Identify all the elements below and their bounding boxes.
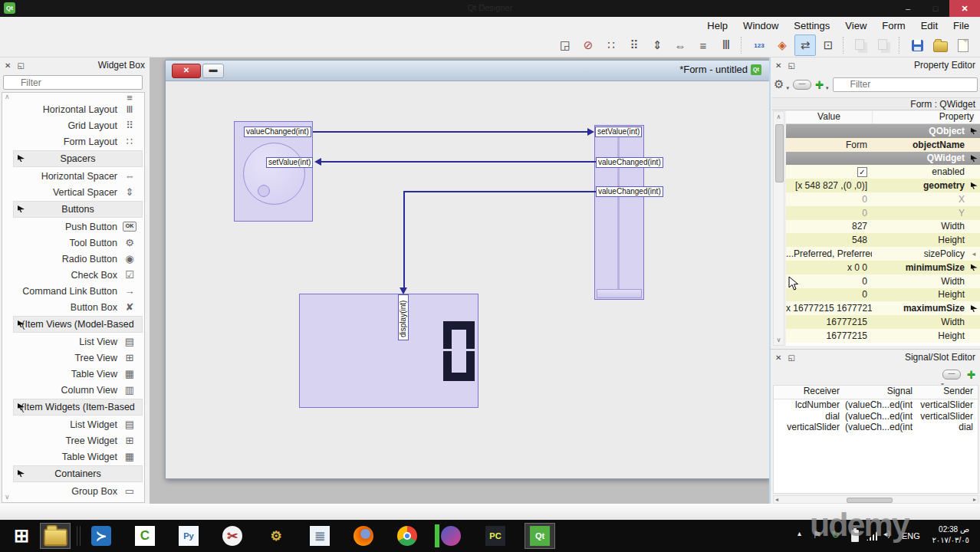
copy-icon[interactable]	[873, 34, 895, 56]
layout-vertical-icon[interactable]: ≡	[692, 34, 714, 56]
menu-help[interactable]: Help	[699, 18, 735, 33]
property-row-objectname[interactable]: FormobjectName	[786, 138, 980, 152]
remove-dynamic-property-button[interactable]: —	[793, 80, 811, 90]
dial-signal-label[interactable]: valueChanged(int)	[244, 127, 311, 137]
start-button[interactable]: ⊞	[6, 523, 37, 549]
property-row-height[interactable]: 0Height	[786, 288, 980, 302]
dial-slot-label[interactable]: setValue(int)	[266, 157, 313, 168]
widgetbox-item-tree-view[interactable]: Tree View⊞	[2, 350, 144, 366]
menu-edit[interactable]: Edit	[913, 18, 945, 33]
widgetbox-item-list-widget[interactable]: List Widget▤	[2, 416, 144, 432]
tray-expand-icon[interactable]: ▴	[797, 529, 801, 537]
float-icon[interactable]: ◱	[788, 61, 794, 70]
scroll-right-icon[interactable]: ▸	[973, 496, 976, 503]
admin-tools-icon[interactable]: ⚙	[261, 523, 291, 549]
widgetbox-category-spacers[interactable]: Spacers	[13, 150, 143, 167]
close-icon[interactable]: ✕	[5, 61, 11, 70]
scroll-down-icon[interactable]: ∨	[5, 493, 10, 501]
property-value[interactable]: 16777215	[786, 317, 872, 327]
slider-signal-label[interactable]: valueChanged(int)	[596, 157, 663, 168]
column-header-signal[interactable]: Signal	[840, 386, 913, 399]
widgetbox-item-command-link-button[interactable]: Command Link Button→	[2, 283, 144, 299]
add-connection-button[interactable]: +	[967, 367, 975, 381]
property-value[interactable]: Form	[786, 140, 872, 150]
property-value[interactable]: ...Preferred, Preferred]	[786, 248, 872, 259]
widgetbox-item-list-view[interactable]: List View▤	[2, 334, 144, 350]
scroll-left-icon[interactable]: ◂	[775, 496, 778, 503]
menu-window[interactable]: Window	[735, 18, 786, 33]
column-header-value[interactable]: Value	[786, 111, 873, 123]
edit-signals-slots-icon[interactable]: ⇄	[794, 34, 816, 56]
menu-view[interactable]: View	[837, 18, 874, 33]
remove-connection-button[interactable]: —	[942, 370, 961, 380]
grid-layout-icon[interactable]: ⠿	[623, 34, 645, 56]
property-filter-input[interactable]	[833, 77, 978, 92]
property-row-y[interactable]: 0Y	[786, 206, 980, 220]
property-value[interactable]: 0	[786, 208, 872, 219]
python-file-icon[interactable]: Py	[173, 523, 204, 549]
widgetbox-item-horizontal-spacer[interactable]: Horizontal Spacer⇔	[2, 168, 144, 184]
property-value[interactable]: 16777215	[786, 330, 872, 341]
layout-horizontal-splitter-icon[interactable]: ⇔	[669, 34, 691, 56]
property-row-x[interactable]: 0X	[786, 192, 980, 206]
camtasia-icon[interactable]: C	[130, 523, 160, 549]
property-scrollbar[interactable]: ∧ ∨	[773, 111, 784, 346]
slider-slot-label[interactable]: setValue(int)	[595, 127, 642, 137]
close-icon[interactable]: ✕	[775, 353, 781, 362]
widgetbox-item-vertical-spacer[interactable]: Vertical Spacer⇕	[2, 184, 144, 200]
property-value[interactable]: [x 548 827 ,(0 ,0)]	[786, 180, 872, 191]
menu-file[interactable]: File	[945, 18, 977, 33]
lcd-slot-label[interactable]: display(int)	[398, 294, 409, 340]
widgetbox-item-scroll-area[interactable]: Scroll Area▯	[2, 499, 144, 503]
property-row-maximumsize[interactable]: x 16777215 16777215maximumSize	[786, 301, 980, 315]
property-row-width[interactable]: 16777215Width	[786, 315, 980, 329]
column-header-sender[interactable]: Sender	[913, 386, 978, 399]
scroll-down-icon[interactable]: ∨	[774, 337, 784, 343]
property-row-height[interactable]: 548Height	[786, 233, 980, 247]
save-icon[interactable]	[906, 34, 928, 56]
property-group-qwidget[interactable]: QWidget	[786, 152, 980, 166]
scrollbar-thumb[interactable]	[847, 498, 893, 503]
layout-horizontal-icon[interactable]: Ⅲ	[715, 34, 737, 56]
adjust-size-icon[interactable]: ◲	[554, 34, 576, 56]
clock[interactable]: 02:38 ص ٢٠١٧/٠٣/٠٥	[925, 524, 969, 546]
horizontal-scrollbar[interactable]: ◂ ▸	[773, 495, 978, 504]
form-close-button[interactable]: ✕	[172, 64, 201, 78]
close-icon[interactable]: ✕	[775, 61, 781, 70]
connection-row[interactable]: verticalSlider(valueCh...ed(intdial	[774, 422, 978, 433]
property-row-width[interactable]: 0Width	[786, 274, 980, 288]
property-row-geometry[interactable]: [x 548 827 ,(0 ,0)]geometry	[786, 179, 980, 192]
property-value[interactable]: x 0 0	[786, 262, 872, 273]
widgetbox-item-table-widget[interactable]: Table Widget▦	[2, 449, 144, 465]
firefox-icon[interactable]	[348, 523, 379, 549]
widgetbox-item-column-view[interactable]: Column View▥	[2, 382, 144, 398]
snipping-tool-icon[interactable]: ✂	[217, 523, 248, 549]
widgetbox-item-group-box[interactable]: Group Box▭	[2, 483, 144, 499]
property-row-height[interactable]: 16777215Height	[786, 329, 980, 343]
configure-icon[interactable]: ⚙	[774, 77, 784, 91]
property-value[interactable]: 827	[786, 221, 872, 232]
form-minimize-button[interactable]: ▬	[202, 64, 224, 78]
scroll-up-icon[interactable]: ∧	[5, 93, 10, 100]
property-value[interactable]: 0	[786, 194, 872, 205]
powershell-icon[interactable]: ≻	[86, 523, 117, 549]
widgetbox-item-tool-button[interactable]: Tool Button⚙	[2, 235, 144, 251]
column-header-property[interactable]: Property	[873, 111, 980, 123]
widgetbox-item-form-layout[interactable]: Form Layout∷	[2, 133, 144, 150]
property-value[interactable]: x 16777215 16777215	[786, 303, 872, 314]
widgetbox-item-tree-widget[interactable]: Tree Widget⊞	[2, 432, 144, 449]
connection-row[interactable]: dial(valueCh...ed(intverticalSlider	[774, 411, 978, 422]
widgetbox-item-horizontal-layout[interactable]: Horizontal LayoutⅢ	[2, 101, 144, 117]
edit-widgets-icon[interactable]: ⊡	[817, 34, 839, 56]
float-icon[interactable]: ◱	[788, 353, 794, 362]
add-dynamic-property-button[interactable]: +	[815, 77, 824, 91]
widgetbox-category-containers[interactable]: Containers	[13, 465, 143, 482]
property-value[interactable]: 548	[786, 235, 872, 245]
enabled-checkbox[interactable]: ✓	[857, 167, 867, 177]
file-explorer-icon[interactable]	[40, 523, 71, 549]
form-layout-icon[interactable]: ∷	[600, 34, 622, 56]
widgetbox-category-buttons[interactable]: Buttons	[13, 201, 143, 218]
dial-knob[interactable]	[258, 185, 270, 197]
media-app-icon[interactable]	[436, 523, 466, 549]
qt-designer-icon[interactable]: Qt	[525, 523, 555, 549]
